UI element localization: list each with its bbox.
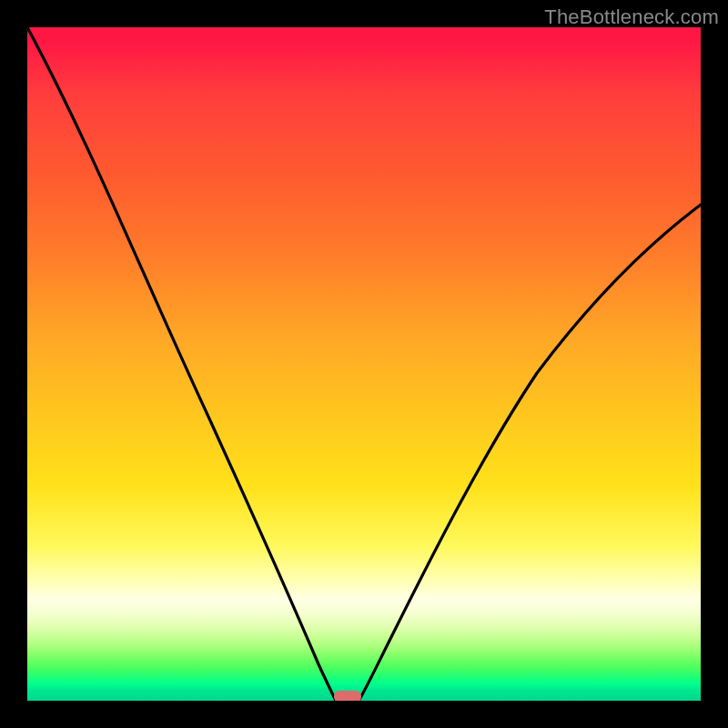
minimum-marker [334,691,361,701]
plot-area [27,27,701,701]
plot-svg [27,27,701,701]
left-curve [27,27,336,701]
chart-stage: TheBottleneck.com [0,0,728,728]
right-curve [359,205,701,701]
watermark-text: TheBottleneck.com [544,5,719,29]
